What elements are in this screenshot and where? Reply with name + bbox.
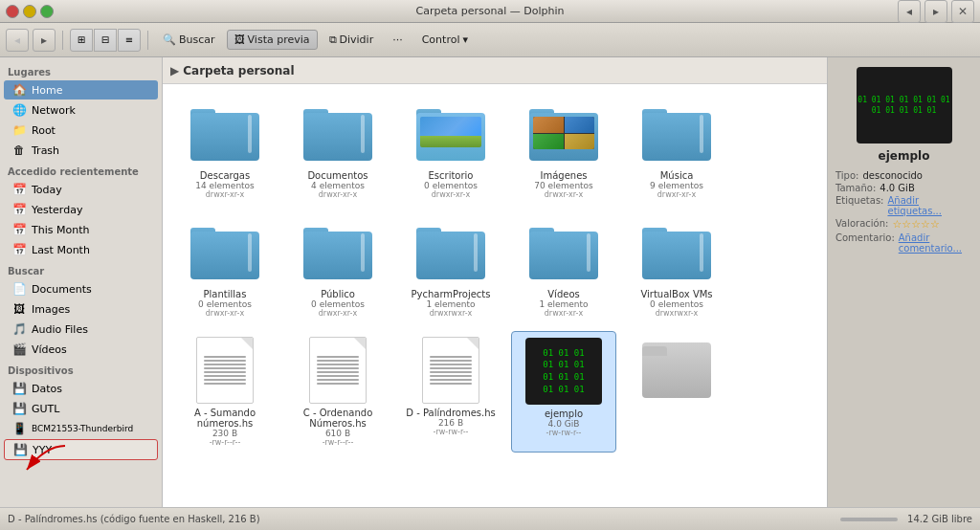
sidebar-item-network[interactable]: 🌐 Network xyxy=(4,100,158,120)
file-meta-imagenes: 70 elementos xyxy=(534,181,593,190)
file-perms-imagenes: drwxr-xr-x xyxy=(545,190,583,199)
maximize-button[interactable] xyxy=(40,5,54,18)
file-perms-escritorio: drwxr-xr-x xyxy=(432,190,470,199)
breadcrumb-arrow-icon: ▶ xyxy=(170,64,179,77)
zoom-slider[interactable] xyxy=(840,518,898,521)
more-button[interactable]: ··· xyxy=(385,30,411,50)
sidebar-last-month-label: Last Month xyxy=(32,244,90,256)
file-item-blank[interactable] xyxy=(624,331,729,453)
sidebar-item-root[interactable]: 📁 Root xyxy=(4,121,158,140)
file-item-plantillas[interactable]: Plantillas 0 elementos drwxr-xr-x xyxy=(172,212,278,323)
view-buttons: ⊞ ⊟ ≡ xyxy=(70,29,141,52)
view-compact-button[interactable]: ⊟ xyxy=(94,29,117,52)
sidebar-videos-label: Vídeos xyxy=(32,343,67,356)
titlebar-right-controls[interactable]: ◂ ▸ ✕ xyxy=(898,0,974,23)
file-meta-documentos: 4 elementos xyxy=(311,181,365,190)
file-perms-palindromes: -rw-rw-r-- xyxy=(434,428,469,436)
folder-icon-pycharm xyxy=(412,218,489,285)
sidebar-bcm-label: BCM21553-Thunderbird xyxy=(32,424,133,433)
file-name-ejemplo: ejemplo xyxy=(545,409,583,419)
file-item-ejemplo[interactable]: 01 01 0101 01 0101 01 0101 01 01 ejemplo… xyxy=(511,331,616,453)
sidebar: Lugares 🏠 Home 🌐 Network 📁 Root 🗑 Trash … xyxy=(0,57,163,507)
file-item-virtualbox[interactable]: VirtualBox VMs 0 elementos drwxrwxr-x xyxy=(624,212,729,323)
sidebar-item-gutl[interactable]: 💾 GUTL xyxy=(4,399,158,418)
sidebar-item-videos[interactable]: 🎬 Vídeos xyxy=(4,340,158,359)
tamano-label: Tamaño: xyxy=(835,183,876,193)
file-item-publico[interactable]: Público 0 elementos drwxr-xr-x xyxy=(285,212,390,323)
tipo-value: desconocido xyxy=(862,170,923,181)
search-button[interactable]: 🔍 Buscar xyxy=(155,30,223,50)
doc-icon-ordenando xyxy=(300,337,376,404)
etiquetas-link[interactable]: Añadir etiquetas... xyxy=(887,195,972,216)
sidebar-item-yesterday[interactable]: 📅 Yesterday xyxy=(4,200,158,219)
comentario-link[interactable]: Añadir comentario... xyxy=(899,232,972,254)
file-item-musica[interactable]: Música 9 elementos drwxr-xr-x xyxy=(624,94,729,205)
file-item-escritorio[interactable]: Escritorio 0 elementos drwxr-xr-x xyxy=(398,94,503,205)
file-meta-plantillas: 0 elementos xyxy=(198,299,252,309)
titlebar-close[interactable]: ✕ xyxy=(951,0,974,23)
view-list-button[interactable]: ≡ xyxy=(118,29,141,52)
titlebar-nav-left[interactable]: ◂ xyxy=(898,0,921,23)
doc-icon-sumando xyxy=(187,337,263,404)
devices-section-label: Dispositivos xyxy=(0,360,162,378)
forward-button[interactable]: ▸ xyxy=(33,29,56,52)
sidebar-documents-label: Documents xyxy=(32,283,92,296)
folder-icon-descargas xyxy=(187,99,263,166)
last-month-icon: 📅 xyxy=(11,242,27,257)
sidebar-item-datos[interactable]: 💾 Datos xyxy=(4,379,158,398)
file-item-documentos[interactable]: Documentos 4 elementos drwxr-xr-x xyxy=(285,94,390,205)
folder-icon-videos xyxy=(525,218,602,285)
sidebar-item-audio[interactable]: 🎵 Audio Files xyxy=(4,320,158,339)
preview-button[interactable]: 🖼 Vista previa xyxy=(227,30,318,50)
file-item-palindromes[interactable]: D - Palíndromes.hs 216 B -rw-rw-r-- xyxy=(398,331,503,453)
sidebar-today-label: Today xyxy=(32,184,62,196)
tamano-value: 4.0 GiB xyxy=(880,183,914,193)
control-arrow-icon: ▾ xyxy=(462,33,468,46)
file-meta-palindromes: 216 B xyxy=(438,418,463,428)
file-item-videos[interactable]: Vídeos 1 elemento drwxr-xr-x xyxy=(511,212,616,323)
file-name-videos: Vídeos xyxy=(547,289,579,299)
sidebar-item-bcm[interactable]: 📱 BCM21553-Thunderbird xyxy=(4,419,158,438)
file-meta-escritorio: 0 elementos xyxy=(424,181,478,190)
preview-icon: 🖼 xyxy=(234,33,245,46)
sidebar-item-documents[interactable]: 📄 Documents xyxy=(4,279,158,298)
toolbar: ◂ ▸ ⊞ ⊟ ≡ 🔍 Buscar 🖼 Vista previa ⧉ Divi… xyxy=(0,23,980,57)
sidebar-item-this-month[interactable]: 📅 This Month xyxy=(4,220,158,239)
info-row-etiquetas: Etiquetas: Añadir etiquetas... xyxy=(835,195,972,216)
datos-icon: 💾 xyxy=(11,381,27,396)
sidebar-yyy-label: YYY xyxy=(33,444,52,456)
file-perms-plantillas: drwxr-xr-x xyxy=(206,309,244,318)
yyy-icon: 💾 xyxy=(12,442,28,457)
window-controls[interactable] xyxy=(6,5,54,18)
file-item-pycharm[interactable]: PycharmProjects 1 elemento drwxrwxr-x xyxy=(398,212,503,323)
file-item-ordenando[interactable]: C - OrdenandoNúmeros.hs 610 B -rw-r--r-- xyxy=(285,331,390,453)
breadcrumb-bar: ▶ Carpeta personal xyxy=(163,57,827,84)
file-perms-virtualbox: drwxrwxr-x xyxy=(656,309,699,318)
stars-rating[interactable]: ☆☆☆☆☆ xyxy=(892,218,939,231)
split-button[interactable]: ⧉ Dividir xyxy=(322,30,382,50)
preview-label: Vista previa xyxy=(248,33,310,46)
sidebar-item-today[interactable]: 📅 Today xyxy=(4,180,158,199)
toolbar-separator-1 xyxy=(62,31,63,50)
titlebar-nav-right[interactable]: ▸ xyxy=(924,0,947,23)
file-meta-ejemplo: 4.0 GiB xyxy=(548,419,580,429)
sidebar-audio-label: Audio Files xyxy=(32,323,88,336)
info-table: Tipo: desconocido Tamaño: 4.0 GiB Etique… xyxy=(835,168,972,255)
file-name-escritorio: Escritorio xyxy=(429,170,474,181)
folder-icon-plantillas xyxy=(187,218,263,285)
sidebar-item-last-month[interactable]: 📅 Last Month xyxy=(4,240,158,259)
sidebar-item-images[interactable]: 🖼 Images xyxy=(4,299,158,319)
back-button[interactable]: ◂ xyxy=(6,29,29,52)
file-item-imagenes[interactable]: Imágenes 70 elementos drwxr-xr-x xyxy=(511,94,616,205)
status-text: D - Palíndromes.hs (código fuente en Has… xyxy=(8,514,260,524)
file-name-musica: Música xyxy=(660,170,694,181)
sidebar-item-trash[interactable]: 🗑 Trash xyxy=(4,141,158,160)
control-button[interactable]: Control ▾ xyxy=(414,30,476,50)
minimize-button[interactable] xyxy=(23,5,36,18)
file-item-descargas[interactable]: Descargas 14 elementos drwxr-xr-x xyxy=(172,94,278,205)
view-icons-button[interactable]: ⊞ xyxy=(70,29,93,52)
sidebar-item-yyy[interactable]: 💾 YYY xyxy=(4,439,158,460)
file-item-sumando[interactable]: A - Sumandonúmeros.hs 230 B -rw-r--r-- xyxy=(172,331,278,453)
sidebar-item-home[interactable]: 🏠 Home xyxy=(4,80,158,99)
close-button[interactable] xyxy=(6,5,19,18)
